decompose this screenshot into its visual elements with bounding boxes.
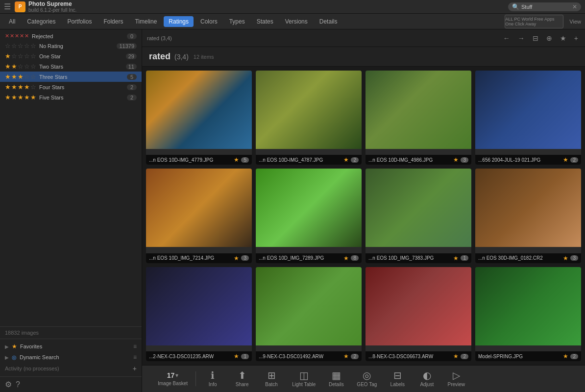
photo-item-3[interactable]: ...n EOS 10D-IMG_4986.JPG★3 bbox=[366, 71, 471, 165]
details-button[interactable]: ▦ Details bbox=[321, 368, 351, 389]
tab-versions[interactable]: Versions bbox=[280, 16, 313, 27]
rating-row-rejected[interactable]: ✕ ✕ ✕ ✕ ✕ Rejected 0 bbox=[0, 31, 142, 41]
photo-thumb-6 bbox=[256, 169, 362, 247]
photo-item-11[interactable]: ...8-NEX-C3-DSC06673.ARW★2 bbox=[366, 267, 471, 361]
labels-button[interactable]: ⊟ Labels bbox=[383, 368, 412, 389]
favorite-header-button[interactable]: ★ bbox=[558, 33, 568, 43]
photo-star-8: ★ bbox=[563, 255, 568, 262]
tab-types[interactable]: Types bbox=[224, 16, 250, 27]
tab-folders[interactable]: Folders bbox=[98, 16, 128, 27]
info-button[interactable]: ℹ Info bbox=[198, 368, 227, 389]
adjust-icon: ◐ bbox=[423, 370, 431, 380]
search-input[interactable] bbox=[521, 4, 570, 10]
photo-name-4: ...656 2004-JUL-19 021.JPG bbox=[478, 157, 561, 163]
basket-expand-icon[interactable]: ▾ bbox=[175, 372, 178, 379]
image-basket-button[interactable]: 17 ▾ Image Basket bbox=[152, 369, 194, 388]
photo-name-2: ...n EOS 10D-IMG_4787.JPG bbox=[259, 157, 341, 163]
tab-colors[interactable]: Colors bbox=[195, 16, 222, 27]
details-label: Details bbox=[329, 382, 344, 387]
basket-count: 17 bbox=[167, 371, 175, 379]
rejected-count: 0 bbox=[127, 33, 137, 39]
rating-row-four-stars[interactable]: ★ ★ ★ ★ ☆ Four Stars 2 bbox=[0, 82, 142, 92]
photo-thumb-8 bbox=[475, 169, 581, 247]
help-icon[interactable]: ? bbox=[16, 380, 20, 389]
photo-item-8[interactable]: ...n EOS 30D-IMG_0182.CR2★3 bbox=[475, 169, 581, 263]
activity-label: Activity (no processes) bbox=[5, 366, 59, 371]
tab-states[interactable]: States bbox=[252, 16, 278, 27]
five-stars-stars: ★ ★ ★ ★ ★ bbox=[5, 94, 36, 101]
rating-row-no-rating[interactable]: ☆ ☆ ☆ ☆ ☆ No Rating 11379 bbox=[0, 41, 142, 51]
photo-item-4[interactable]: ...656 2004-JUL-19 021.JPG★2 bbox=[475, 71, 581, 165]
preview-label: Preview bbox=[448, 382, 465, 387]
preview-button[interactable]: ▷ Preview bbox=[441, 368, 471, 389]
rating-row-five-stars[interactable]: ★ ★ ★ ★ ★ Five Stars 2 bbox=[0, 92, 142, 102]
dynamic-search-more-icon[interactable]: ≡ bbox=[133, 354, 137, 361]
search-icon: 🔍 bbox=[512, 3, 519, 10]
photo-name-6: ...n EOS 10D_IMG_7289.JPG bbox=[259, 255, 341, 261]
add-sidebar-button[interactable]: + bbox=[133, 365, 137, 372]
basket-label: Image Basket bbox=[158, 381, 188, 386]
rating-row-two-stars[interactable]: ★ ★ ☆ ☆ ☆ Two Stars 11 bbox=[0, 61, 142, 72]
hamburger-icon[interactable]: ☰ bbox=[4, 2, 11, 11]
photo-item-10[interactable]: ...9-NEX-C3-DSC01492.ARW★2 bbox=[256, 267, 362, 361]
photo-item-2[interactable]: ...n EOS 10D-IMG_4787.JPG★2 bbox=[256, 71, 362, 165]
photo-num-2: 2 bbox=[351, 157, 359, 163]
rating-row-one-star[interactable]: ★ ☆ ☆ ☆ ☆ One Star 29 bbox=[0, 51, 142, 61]
batch-button[interactable]: ⊞ Batch bbox=[257, 368, 286, 389]
light-table-button[interactable]: ◫ Light Table bbox=[286, 368, 321, 389]
photo-item-9[interactable]: ...2-NEX-C3-DSC01235.ARW★1 bbox=[146, 267, 252, 361]
add-header-button[interactable]: + bbox=[572, 33, 580, 43]
rated-header: rated (3,4) 12 items bbox=[142, 47, 585, 67]
rejected-stars: ✕ ✕ ✕ ✕ ✕ bbox=[5, 33, 29, 39]
app-sub: build 6.1.2-per full Inc. bbox=[28, 7, 76, 13]
photo-thumb-7 bbox=[366, 169, 471, 247]
sidebar-item-favorites[interactable]: ▶ ★ Favorites ≡ bbox=[0, 341, 142, 352]
photo-num-9: 1 bbox=[241, 354, 249, 359]
favorites-star-icon: ★ bbox=[12, 343, 17, 350]
tab-categories[interactable]: Categories bbox=[22, 16, 60, 27]
photo-name-7: ...n EOS 10D_IMG_7383.JPG bbox=[368, 255, 451, 261]
photo-name-1: ...n EOS 10D-IMG_4779.JPG bbox=[149, 157, 232, 163]
view-button[interactable]: View bbox=[569, 19, 581, 24]
app-logo-icon: P bbox=[15, 1, 25, 12]
tab-ratings[interactable]: Ratings bbox=[164, 16, 194, 27]
back-button[interactable]: ← bbox=[501, 33, 512, 43]
one-star-label: One Star bbox=[39, 53, 126, 59]
info-label: Info bbox=[209, 382, 217, 387]
tab-all[interactable]: All bbox=[4, 16, 20, 27]
photo-label-bar-2: ...n EOS 10D-IMG_4787.JPG★2 bbox=[256, 155, 362, 165]
tab-details[interactable]: Details bbox=[315, 16, 342, 27]
photo-item-7[interactable]: ...n EOS 10D_IMG_7383.JPG★1 bbox=[366, 169, 471, 263]
photo-star-11: ★ bbox=[453, 353, 459, 360]
rating-row-three-stars[interactable]: ★ ★ ★ ☆ ☆ Three Stars 5 bbox=[0, 72, 142, 82]
tab-portfolios[interactable]: Portfolios bbox=[62, 16, 97, 27]
favorites-more-icon[interactable]: ≡ bbox=[133, 343, 137, 350]
adjust-button[interactable]: ◐ Adjust bbox=[412, 368, 441, 389]
rejected-label: Rejected bbox=[32, 33, 127, 39]
photo-item-1[interactable]: ...n EOS 10D-IMG_4779.JPG★5 bbox=[146, 71, 252, 165]
filter-button[interactable]: ⊟ bbox=[531, 33, 540, 43]
geo-tag-icon: ◎ bbox=[363, 370, 371, 380]
search-bar[interactable]: 🔍 ✕ bbox=[508, 2, 581, 11]
no-rating-count: 11379 bbox=[117, 43, 137, 49]
four-stars-count: 2 bbox=[127, 84, 137, 90]
photo-star-10: ★ bbox=[343, 353, 349, 360]
search-clear-icon[interactable]: ✕ bbox=[572, 3, 577, 10]
photo-label-bar-12: Model-SPRING.JPG★2 bbox=[475, 351, 581, 361]
tab-timeline[interactable]: Timeline bbox=[130, 16, 162, 27]
photo-item-12[interactable]: Model-SPRING.JPG★2 bbox=[475, 267, 581, 361]
share-button[interactable]: ⬆ Share bbox=[227, 368, 257, 389]
photo-item-6[interactable]: ...n EOS 10D_IMG_7289.JPG★8 bbox=[256, 169, 362, 263]
info-icon: ℹ bbox=[211, 370, 215, 380]
ad-banner: ALL PC World Free Apps One Click Away bbox=[505, 15, 563, 28]
photo-item-5[interactable]: ...n EOS 10D_IMG_7214.JPG★3 bbox=[146, 169, 252, 263]
photo-thumb-9 bbox=[146, 267, 252, 345]
stack-button[interactable]: ⊕ bbox=[544, 33, 554, 43]
sidebar-item-dynamic-search[interactable]: ▶ ◎ Dynamic Search ≡ bbox=[0, 352, 142, 363]
photo-label-bar-4: ...656 2004-JUL-19 021.JPG★2 bbox=[475, 155, 581, 165]
photo-thumb-4 bbox=[475, 71, 581, 149]
geo-tag-button[interactable]: ◎ GEO Tag bbox=[351, 368, 383, 389]
forward-button[interactable]: → bbox=[516, 33, 527, 43]
breadcrumb: rated (3,4) bbox=[147, 35, 172, 41]
settings-icon[interactable]: ⚙ bbox=[5, 380, 12, 389]
